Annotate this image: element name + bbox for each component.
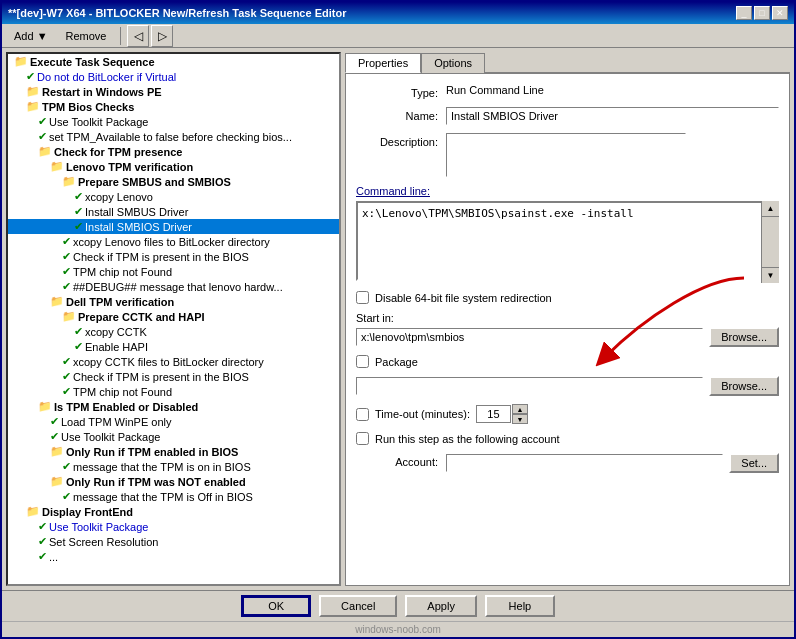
package-checkbox[interactable] xyxy=(356,355,369,368)
tree-item-donotbitlocker[interactable]: ✔ Do not do BitLocker if Virtual xyxy=(8,69,339,84)
startin-label-row: Start in: xyxy=(356,312,779,324)
tree-label: message that the TPM is Off in BIOS xyxy=(73,491,253,503)
tree-item-tpmnotfound1[interactable]: ✔ TPM chip not Found xyxy=(8,264,339,279)
tree-item-usetoolkit1[interactable]: ✔ Use Toolkit Package xyxy=(8,114,339,129)
check-icon: ✔ xyxy=(38,115,47,128)
cmdline-section: Command line: x:\Lenovo\TPM\SMBIOS\psain… xyxy=(356,185,779,283)
tree-item-installsmbios[interactable]: ✔ Install SMBIOS Driver xyxy=(8,219,339,234)
tree-item-restart[interactable]: 📁 Restart in Windows PE xyxy=(8,84,339,99)
tree-item-istpmenabled[interactable]: 📁 Is TPM Enabled or Disabled xyxy=(8,399,339,414)
tree-item-onlyrunnotenabled[interactable]: 📁 Only Run if TPM was NOT enabled xyxy=(8,474,339,489)
tree-item-usetoolkit2[interactable]: ✔ Use Toolkit Package xyxy=(8,429,339,444)
tree-item-settpm[interactable]: ✔ set TPM_Available to false before chec… xyxy=(8,129,339,144)
tree-label: TPM Bios Checks xyxy=(42,101,134,113)
tree-item-checktpm[interactable]: 📁 Check for TPM presence xyxy=(8,144,339,159)
folder-icon: 📁 xyxy=(38,400,52,413)
tree-label: Check if TPM is present in the BIOS xyxy=(73,371,249,383)
tree-item-usetoolkit3[interactable]: ✔ Use Toolkit Package xyxy=(8,519,339,534)
ok-button[interactable]: OK xyxy=(241,595,311,617)
tree-label: Lenovo TPM verification xyxy=(66,161,193,173)
tree-item-lenovoTPM[interactable]: 📁 Lenovo TPM verification xyxy=(8,159,339,174)
account-input[interactable] xyxy=(446,454,723,472)
tree-item-prepcctk[interactable]: 📁 Prepare CCTK and HAPI xyxy=(8,309,339,324)
tab-options[interactable]: Options xyxy=(421,53,485,73)
runaccount-row: Run this step as the following account xyxy=(356,432,779,445)
tree-item-execute[interactable]: 📁 Execute Task Sequence xyxy=(8,54,339,69)
tree-item-prepsmbus[interactable]: 📁 Prepare SMBUS and SMBIOS xyxy=(8,174,339,189)
tree-label: Prepare SMBUS and SMBIOS xyxy=(78,176,231,188)
tree-item-xcopylenovo[interactable]: ✔ xcopy Lenovo xyxy=(8,189,339,204)
account-row: Account: Set... xyxy=(356,453,779,473)
apply-button[interactable]: Apply xyxy=(405,595,477,617)
tree-item-xcopycctk[interactable]: ✔ xcopy CCTK xyxy=(8,324,339,339)
check-icon: ✔ xyxy=(74,205,83,218)
check-icon: ✔ xyxy=(50,430,59,443)
disable64-row: Disable 64-bit file system redirection xyxy=(356,291,779,304)
tree-item-onlyrunenabled[interactable]: 📁 Only Run if TPM enabled in BIOS xyxy=(8,444,339,459)
tree-item-checkbios1[interactable]: ✔ Check if TPM is present in the BIOS xyxy=(8,249,339,264)
runaccount-checkbox[interactable] xyxy=(356,432,369,445)
timeout-spinner: ▲ ▼ xyxy=(476,404,528,424)
desc-input[interactable] xyxy=(446,133,686,177)
set-button[interactable]: Set... xyxy=(729,453,779,473)
tree-item-debug[interactable]: ✔ ##DEBUG## message that lenovo hardw... xyxy=(8,279,339,294)
package-input-row: Browse... xyxy=(356,376,779,396)
toolbar-btn-2[interactable]: ▷ xyxy=(151,25,173,47)
package-browse-button[interactable]: Browse... xyxy=(709,376,779,396)
startin-input[interactable] xyxy=(356,328,703,346)
folder-icon: 📁 xyxy=(50,475,64,488)
disable64-checkbox[interactable] xyxy=(356,291,369,304)
tree-item-checkbios2[interactable]: ✔ Check if TPM is present in the BIOS xyxy=(8,369,339,384)
tree-item-screenres[interactable]: ✔ Set Screen Resolution xyxy=(8,534,339,549)
tree-label: xcopy CCTK xyxy=(85,326,147,338)
timeout-checkbox[interactable] xyxy=(356,408,369,421)
check-icon: ✔ xyxy=(62,250,71,263)
minimize-button[interactable]: _ xyxy=(736,6,752,20)
close-button[interactable]: ✕ xyxy=(772,6,788,20)
cmdline-scrollbar: ▲ ▼ xyxy=(761,201,779,283)
scroll-down[interactable]: ▼ xyxy=(762,267,779,283)
tree-label: TPM chip not Found xyxy=(73,386,172,398)
tree-item-loadtpm[interactable]: ✔ Load TPM WinPE only xyxy=(8,414,339,429)
tree-item-xcopycctk2[interactable]: ✔ xcopy CCTK files to BitLocker director… xyxy=(8,354,339,369)
toolbar-btn-1[interactable]: ◁ xyxy=(127,25,149,47)
maximize-button[interactable]: □ xyxy=(754,6,770,20)
tab-properties[interactable]: Properties xyxy=(345,53,421,73)
tree-item-more[interactable]: ✔ ... xyxy=(8,549,339,564)
package-label: Package xyxy=(375,356,418,368)
tree-item-msgon[interactable]: ✔ message that the TPM is on in BIOS xyxy=(8,459,339,474)
tree-item-xcopylenovo2[interactable]: ✔ xcopy Lenovo files to BitLocker direct… xyxy=(8,234,339,249)
tree-item-displayfrontend[interactable]: 📁 Display FrontEnd xyxy=(8,504,339,519)
package-section: Package Browse... xyxy=(356,355,779,396)
name-row: Name: xyxy=(356,107,779,125)
right-panel: Properties Options Type: Run Command Lin… xyxy=(345,52,790,586)
tree-item-tpmnotfound2[interactable]: ✔ TPM chip not Found xyxy=(8,384,339,399)
spinner-down[interactable]: ▼ xyxy=(512,414,528,424)
tree-item-tpmbios[interactable]: 📁 TPM Bios Checks xyxy=(8,99,339,114)
startin-browse-button[interactable]: Browse... xyxy=(709,327,779,347)
menu-bar: Add ▼ Remove ◁ ▷ xyxy=(2,24,794,48)
package-input[interactable] xyxy=(356,377,703,395)
add-menu[interactable]: Add ▼ xyxy=(6,28,56,44)
tree-label: message that the TPM is on in BIOS xyxy=(73,461,251,473)
tree-item-msgoff[interactable]: ✔ message that the TPM is Off in BIOS xyxy=(8,489,339,504)
folder-icon: 📁 xyxy=(38,145,52,158)
tree-item-enablehapi[interactable]: ✔ Enable HAPI xyxy=(8,339,339,354)
tree-item-delltpm[interactable]: 📁 Dell TPM verification xyxy=(8,294,339,309)
help-button[interactable]: Help xyxy=(485,595,555,617)
folder-icon: 📁 xyxy=(62,310,76,323)
spinner-up[interactable]: ▲ xyxy=(512,404,528,414)
cancel-button[interactable]: Cancel xyxy=(319,595,397,617)
scroll-up[interactable]: ▲ xyxy=(762,201,779,217)
timeout-value[interactable] xyxy=(476,405,511,423)
tree-label: TPM chip not Found xyxy=(73,266,172,278)
check-icon: ✔ xyxy=(38,535,47,548)
cmdline-input[interactable]: x:\Lenovo\TPM\SMBIOS\psainst.exe -instal… xyxy=(356,201,779,281)
check-icon: ✔ xyxy=(62,265,71,278)
main-window: **[dev]-W7 X64 - BITLOCKER New/Refresh T… xyxy=(0,0,796,639)
remove-menu[interactable]: Remove xyxy=(58,28,115,44)
tree-label: set TPM_Available to false before checki… xyxy=(49,131,292,143)
name-input[interactable] xyxy=(446,107,779,125)
tree-item-installsmbus[interactable]: ✔ Install SMBUS Driver xyxy=(8,204,339,219)
startin-section: Start in: Browse... xyxy=(356,312,779,347)
